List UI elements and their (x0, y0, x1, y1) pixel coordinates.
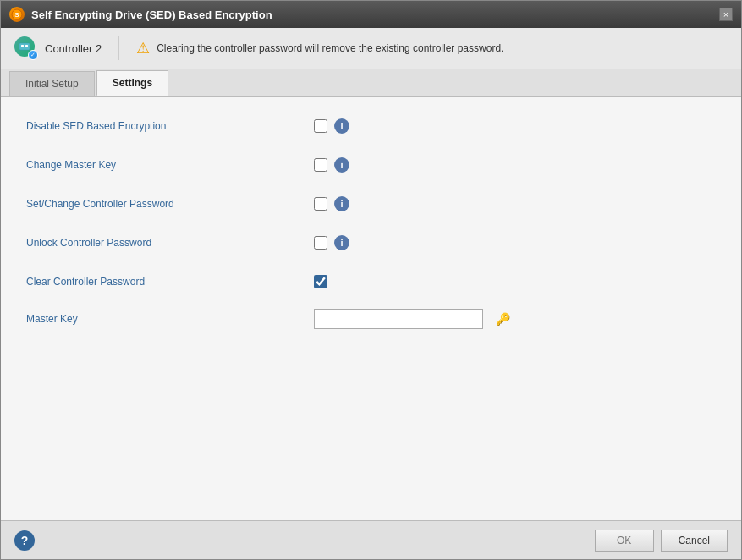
row-set-change-controller-password: Set/Change Controller Password i (26, 192, 716, 216)
svg-rect-2 (19, 43, 30, 50)
tab-settings[interactable]: Settings (96, 70, 168, 96)
master-key-input[interactable] (314, 309, 483, 329)
set-change-password-label: Set/Change Controller Password (26, 198, 314, 210)
change-master-key-checkbox[interactable] (314, 158, 327, 172)
master-key-label: Master Key (26, 313, 314, 325)
clear-password-label: Clear Controller Password (26, 276, 314, 288)
content-area: Disable SED Based Encryption i Change Ma… (1, 97, 741, 520)
change-master-key-info-icon[interactable]: i (334, 157, 349, 173)
row-master-key: Master Key 🔑 (26, 309, 716, 329)
disable-sed-info-icon[interactable]: i (334, 118, 349, 134)
controller-name: Controller 2 (45, 42, 102, 55)
svg-rect-4 (25, 45, 28, 47)
ok-button[interactable]: OK (595, 530, 654, 552)
title-bar-left: S Self Encrypting Drive (SED) Based Encr… (9, 7, 272, 22)
disable-sed-controls: i (314, 118, 349, 134)
title-bar: S Self Encrypting Drive (SED) Based Encr… (1, 1, 741, 28)
set-change-password-info-icon[interactable]: i (334, 196, 349, 211)
footer-buttons: OK Cancel (595, 530, 728, 552)
key-icon[interactable]: 🔑 (495, 311, 510, 327)
clear-password-controls (314, 275, 327, 288)
app-icon: S (9, 7, 25, 22)
clear-password-checkbox[interactable] (314, 275, 327, 288)
change-master-key-controls: i (314, 157, 349, 173)
warning-text: Clearing the controller password will re… (157, 42, 503, 54)
warning-message: ⚠ Clearing the controller password will … (136, 39, 503, 58)
controller-label: ✓ Controller 2 (14, 36, 119, 60)
svg-text:S: S (14, 11, 19, 19)
unlock-password-label: Unlock Controller Password (26, 237, 314, 249)
disable-sed-label: Disable SED Based Encryption (26, 120, 314, 132)
svg-rect-3 (21, 45, 24, 47)
unlock-password-checkbox[interactable] (314, 236, 327, 250)
change-master-key-label: Change Master Key (26, 159, 314, 171)
close-button[interactable]: × (719, 8, 733, 21)
set-change-password-controls: i (314, 196, 349, 211)
controller-icon: ✓ (14, 36, 38, 60)
footer: ? OK Cancel (1, 520, 741, 559)
tab-initial-setup[interactable]: Initial Setup (9, 71, 95, 96)
row-unlock-controller-password: Unlock Controller Password i (26, 231, 716, 255)
cancel-button[interactable]: Cancel (661, 530, 728, 552)
set-change-password-checkbox[interactable] (314, 197, 327, 211)
unlock-password-info-icon[interactable]: i (334, 235, 349, 250)
row-change-master-key: Change Master Key i (26, 153, 716, 177)
disable-sed-checkbox[interactable] (314, 119, 327, 133)
help-button[interactable]: ? (14, 530, 35, 551)
unlock-password-controls: i (314, 235, 349, 250)
tabs-section: Initial Setup Settings (1, 69, 741, 97)
controller-badge: ✓ (28, 50, 38, 60)
row-disable-sed: Disable SED Based Encryption i (26, 114, 716, 138)
dialog: S Self Encrypting Drive (SED) Based Encr… (0, 0, 742, 560)
row-clear-controller-password: Clear Controller Password (26, 270, 716, 294)
header-section: ✓ Controller 2 ⚠ Clearing the controller… (1, 28, 741, 69)
warning-icon: ⚠ (136, 39, 150, 58)
dialog-title: Self Encrypting Drive (SED) Based Encryp… (31, 8, 272, 21)
master-key-controls: 🔑 (314, 309, 510, 329)
